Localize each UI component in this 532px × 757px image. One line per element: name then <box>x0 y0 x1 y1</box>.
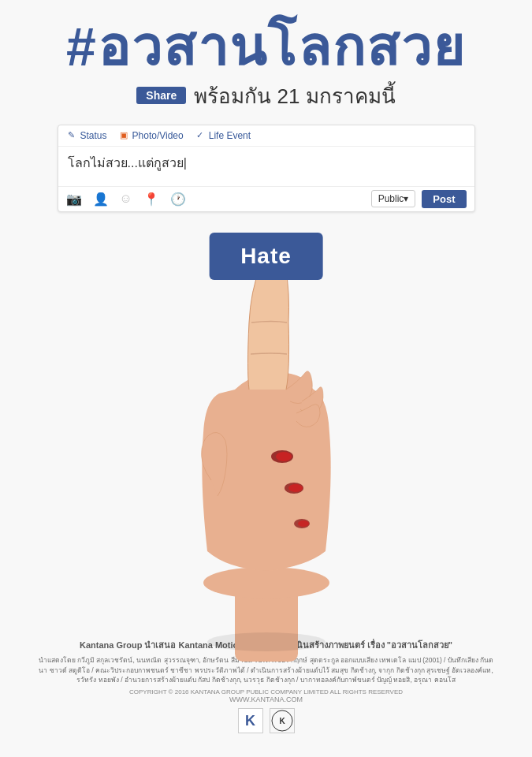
subtitle-row: Share พร้อมกัน 21 มกราคมนี้ <box>0 80 532 112</box>
hate-button[interactable]: Hate <box>209 233 323 280</box>
post-button[interactable]: Post <box>422 190 466 208</box>
status-label: Status <box>80 130 107 141</box>
life-label: Life Event <box>209 130 251 141</box>
clock-icon[interactable]: 🕐 <box>170 192 186 207</box>
svg-point-8 <box>298 520 309 527</box>
facebook-mock: ✎ Status ▣ Photo/Video ✓ Life Event โลกไ… <box>58 125 475 212</box>
kantana-logo: K <box>270 708 295 733</box>
poster-container: #อวสานโลกสวย Share พร้อมกัน 21 มกราคมนี้… <box>0 0 532 757</box>
photo-icon: ▣ <box>118 130 129 141</box>
fb-icon-group: 📷 👤 ☺ 📍 🕐 <box>66 192 186 207</box>
fb-right-controls: Public▾ Post <box>371 190 467 208</box>
fb-input-text[interactable]: โลกไม่สวย...แต่กูสวย| <box>68 153 465 173</box>
life-icon: ✓ <box>195 130 206 141</box>
k-logo: K <box>238 708 263 733</box>
website-text: WWW.KANTANA.COM <box>38 695 495 703</box>
hand-image <box>132 244 400 662</box>
camera-icon[interactable]: 📷 <box>66 192 82 207</box>
copyright-text: COPYRIGHT © 2016 KANTANA GROUP PUBLIC CO… <box>38 688 495 695</box>
hate-button-wrapper: Hate <box>209 233 323 280</box>
logo-row: K K <box>38 708 495 733</box>
main-title: #อวสานโลกสวย <box>0 17 532 76</box>
svg-point-6 <box>288 484 303 492</box>
subtitle-text: พร้อมกัน 21 มกราคมนี้ <box>194 80 395 112</box>
svg-point-1 <box>203 567 329 599</box>
title-section: #อวสานโลกสวย Share พร้อมกัน 21 มกราคมนี้ <box>0 0 532 112</box>
svg-text:K: K <box>279 717 285 725</box>
status-icon: ✎ <box>66 130 77 141</box>
fb-tabs: ✎ Status ▣ Photo/Video ✓ Life Event <box>58 125 474 147</box>
svg-point-4 <box>276 452 292 461</box>
emoji-icon[interactable]: ☺ <box>120 192 132 206</box>
svg-point-9 <box>207 632 326 651</box>
fb-tab-photo[interactable]: ▣ Photo/Video <box>118 130 184 141</box>
location-icon[interactable]: 📍 <box>143 192 159 207</box>
fb-tab-status[interactable]: ✎ Status <box>66 130 107 141</box>
public-button[interactable]: Public▾ <box>371 190 416 207</box>
fb-input-area[interactable]: โลกไม่สวย...แต่กูสวย| <box>58 147 474 186</box>
tag-icon[interactable]: 👤 <box>93 192 109 207</box>
photo-label: Photo/Video <box>132 130 184 141</box>
share-button[interactable]: Share <box>136 87 186 104</box>
fb-toolbar: 📷 👤 ☺ 📍 🕐 Public▾ Post <box>58 186 474 211</box>
fb-tab-life[interactable]: ✓ Life Event <box>195 130 251 141</box>
